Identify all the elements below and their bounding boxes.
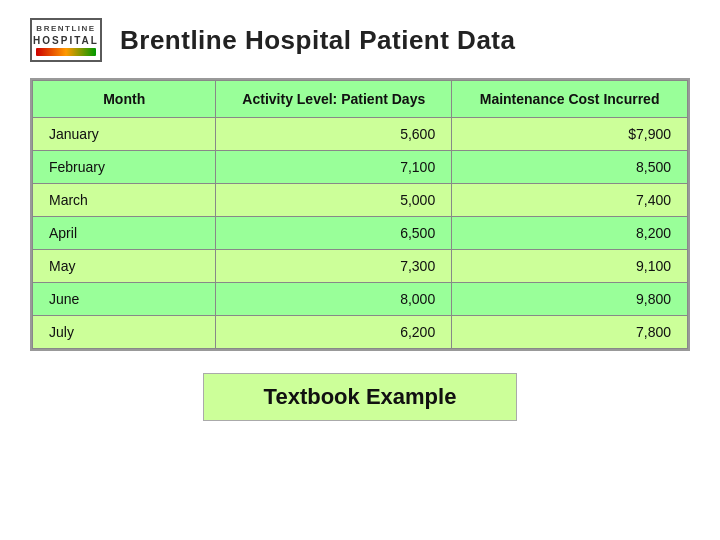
cell-activity: 5,600 (216, 118, 452, 151)
page: BRENTLINE HOSPITAL Brentline Hospital Pa… (0, 0, 720, 540)
table-row: March5,0007,400 (33, 184, 688, 217)
col-header-cost: Maintenance Cost Incurred (452, 81, 688, 118)
cell-month: January (33, 118, 216, 151)
cell-month: April (33, 217, 216, 250)
cell-cost: $7,900 (452, 118, 688, 151)
cell-month: July (33, 316, 216, 349)
cell-activity: 5,000 (216, 184, 452, 217)
col-header-month: Month (33, 81, 216, 118)
table-row: July6,2007,800 (33, 316, 688, 349)
footer-label: Textbook Example (203, 373, 518, 421)
table-row: January5,600$7,900 (33, 118, 688, 151)
logo-text-brentline: BRENTLINE (36, 24, 95, 33)
cell-cost: 7,400 (452, 184, 688, 217)
table-row: February7,1008,500 (33, 151, 688, 184)
cell-activity: 7,100 (216, 151, 452, 184)
cell-activity: 6,500 (216, 217, 452, 250)
cell-cost: 8,500 (452, 151, 688, 184)
cell-cost: 8,200 (452, 217, 688, 250)
header: BRENTLINE HOSPITAL Brentline Hospital Pa… (30, 18, 690, 62)
table-row: April6,5008,200 (33, 217, 688, 250)
table-row: May7,3009,100 (33, 250, 688, 283)
table-row: June8,0009,800 (33, 283, 688, 316)
cell-cost: 9,100 (452, 250, 688, 283)
cell-cost: 7,800 (452, 316, 688, 349)
cell-activity: 6,200 (216, 316, 452, 349)
cell-activity: 7,300 (216, 250, 452, 283)
cell-month: March (33, 184, 216, 217)
logo-area: BRENTLINE HOSPITAL (30, 18, 102, 62)
table-header-row: Month Activity Level: Patient Days Maint… (33, 81, 688, 118)
cell-month: June (33, 283, 216, 316)
cell-activity: 8,000 (216, 283, 452, 316)
col-header-activity: Activity Level: Patient Days (216, 81, 452, 118)
cell-month: May (33, 250, 216, 283)
logo-text-hospital: HOSPITAL (33, 35, 99, 46)
page-title: Brentline Hospital Patient Data (120, 25, 515, 56)
data-table: Month Activity Level: Patient Days Maint… (30, 78, 690, 351)
logo-graphic (36, 48, 96, 56)
cell-month: February (33, 151, 216, 184)
logo-box: BRENTLINE HOSPITAL (30, 18, 102, 62)
cell-cost: 9,800 (452, 283, 688, 316)
